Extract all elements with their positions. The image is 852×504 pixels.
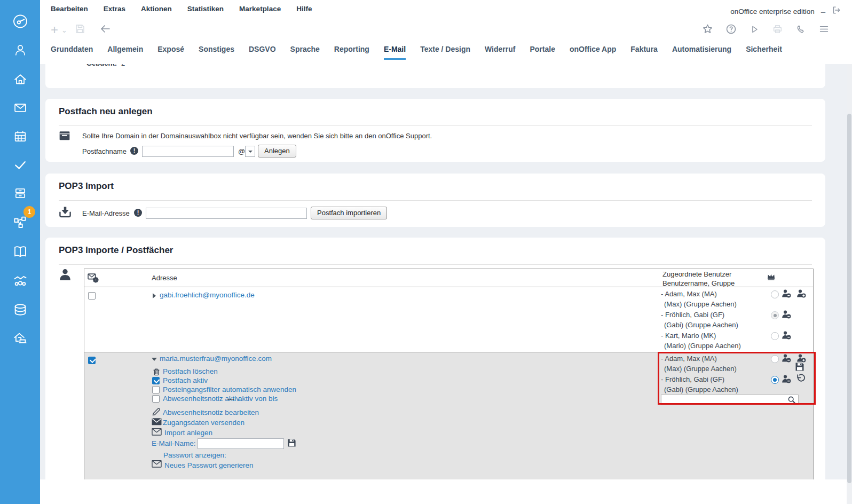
row-checkbox[interactable]	[88, 357, 96, 364]
sidebar-item-export[interactable]	[0, 327, 40, 350]
import-mailbox-button[interactable]: Postfach importieren	[311, 207, 387, 219]
menu-hilfe[interactable]: Hilfe	[296, 5, 312, 13]
tab-allgemein[interactable]: Allgemein	[107, 45, 143, 60]
play-icon[interactable]	[749, 24, 760, 37]
back-button[interactable]	[99, 23, 111, 36]
save-email-name-icon[interactable]	[287, 438, 296, 450]
home-icon	[13, 72, 28, 87]
menu-bearbeiten[interactable]: Bearbeiten	[51, 5, 88, 13]
remove-user-icon[interactable]	[782, 374, 791, 386]
sidebar-item-processes[interactable]: 1	[0, 210, 40, 234]
card-clipped-section: Gebucht: 2	[45, 64, 825, 88]
tab-sprache[interactable]: Sprache	[290, 45, 320, 60]
help-icon[interactable]	[725, 23, 737, 37]
primary-user-radio[interactable]	[771, 290, 779, 298]
edit-absence-link[interactable]: Abwesenheitsnotiz bearbeiten	[163, 408, 259, 416]
tab-texte-design[interactable]: Texte / Design	[420, 45, 470, 60]
mailbox-name-input[interactable]	[142, 146, 234, 157]
info-icon[interactable]	[130, 147, 138, 155]
sidebar-item-knowledge[interactable]	[0, 240, 40, 264]
show-password-link[interactable]: Passwort anzeigen:	[163, 451, 226, 459]
favorite-star-icon[interactable]	[702, 23, 713, 37]
mailbox-email-link[interactable]: gabi.froehlich@myonoffice.de	[160, 291, 255, 299]
main-menu-icon[interactable]	[818, 23, 830, 37]
tab-onoffice-app[interactable]: onOffice App	[570, 45, 616, 60]
tab-expose[interactable]: Exposé	[157, 45, 184, 60]
sidebar-item-statistics[interactable]	[0, 269, 40, 293]
pencil-icon[interactable]	[152, 407, 161, 419]
tab-widerruf[interactable]: Widerruf	[485, 45, 515, 60]
sidebar-item-properties[interactable]	[0, 68, 40, 91]
sidebar-item-email[interactable]	[0, 96, 40, 120]
tab-faktura[interactable]: Faktura	[630, 45, 658, 60]
absence-active-checkbox[interactable]	[152, 395, 160, 403]
search-icon[interactable]	[787, 396, 796, 406]
envelope-icon[interactable]	[152, 460, 162, 470]
inbox-filter-label[interactable]: Posteingangsfilter automatisch anwenden	[163, 385, 296, 393]
mailbox-active-checkbox[interactable]	[152, 377, 160, 384]
remove-user-icon[interactable]	[782, 310, 791, 321]
menu-aktionen[interactable]: Aktionen	[141, 5, 172, 13]
envelope-filled-icon[interactable]	[152, 418, 162, 428]
assigned-user-group: (Max) (Gruppe Aachen)	[664, 300, 737, 308]
row-checkbox[interactable]	[88, 292, 96, 300]
tab-automatisierung[interactable]: Automatisierung	[672, 45, 731, 60]
mailbox-active-label[interactable]: Postfach aktiv	[163, 376, 208, 384]
save-button[interactable]	[75, 23, 85, 36]
sidebar-item-calendar[interactable]	[0, 125, 40, 148]
send-credentials-link[interactable]: Zugangsdaten versenden	[163, 419, 244, 427]
domain-select[interactable]	[245, 146, 255, 157]
sidebar-item-home[interactable]	[0, 10, 40, 33]
absence-range-link[interactable]: aktiv von bis	[238, 395, 278, 403]
primary-user-radio[interactable]	[771, 332, 779, 340]
remove-user-icon[interactable]	[782, 289, 791, 301]
primary-user-radio-selected[interactable]	[771, 376, 779, 384]
collapse-arrow-icon[interactable]	[152, 358, 157, 361]
assigned-user-name: - Fröhlich, Gabi (GF)	[661, 375, 724, 383]
create-record-button[interactable]: +	[51, 24, 58, 36]
email-name-input[interactable]	[198, 438, 284, 449]
menu-extras[interactable]: Extras	[104, 5, 125, 13]
tab-portale[interactable]: Portale	[530, 45, 555, 60]
add-user-icon[interactable]	[796, 289, 806, 301]
expand-arrow-icon[interactable]	[153, 293, 156, 298]
logout-icon[interactable]	[832, 5, 841, 17]
sidebar-item-files[interactable]	[0, 182, 40, 205]
scrollbar-track[interactable]	[847, 43, 852, 504]
mailbox-archive-icon	[59, 130, 70, 143]
user-search-input[interactable]	[661, 395, 785, 405]
trash-icon[interactable]	[152, 367, 161, 378]
tab-sonstiges[interactable]: Sonstiges	[199, 45, 234, 60]
primary-user-radio[interactable]	[771, 355, 779, 363]
primary-user-radio[interactable]	[771, 311, 779, 319]
mailbox-email-link[interactable]: maria.musterfrau@myonoffice.com	[160, 355, 272, 363]
undo-icon[interactable]	[796, 373, 806, 385]
phone-icon[interactable]	[795, 24, 806, 37]
menu-statistiken[interactable]: Statistiken	[187, 5, 224, 13]
info-icon[interactable]	[134, 209, 142, 217]
mail-settings-icon[interactable]	[88, 273, 99, 285]
tab-email[interactable]: E-Mail	[384, 45, 406, 60]
sidebar-item-contacts[interactable]	[0, 38, 40, 62]
tab-grunddaten[interactable]: Grunddaten	[51, 45, 93, 60]
tabbar: Grunddaten Allgemein Exposé Sonstiges DS…	[51, 45, 782, 60]
save-assignment-icon[interactable]	[795, 362, 804, 374]
chevron-down-icon[interactable]: ⌄	[66, 25, 67, 35]
tab-sicherheit[interactable]: Sicherheit	[746, 45, 782, 60]
create-import-link[interactable]: Import anlegen	[164, 429, 212, 437]
inbox-filter-checkbox[interactable]	[152, 386, 160, 393]
create-mailbox-button[interactable]: Anlegen	[258, 145, 296, 158]
tab-dsgvo[interactable]: DSGVO	[249, 45, 276, 60]
import-email-input[interactable]	[146, 208, 307, 219]
tab-reporting[interactable]: Reporting	[334, 45, 369, 60]
sidebar-item-data[interactable]	[0, 298, 40, 321]
remove-user-icon[interactable]	[782, 330, 791, 342]
generate-password-link[interactable]: Neues Passwort generieren	[164, 461, 254, 469]
scrollbar-thumb[interactable]	[847, 114, 851, 483]
menu-marketplace[interactable]: Marketplace	[239, 5, 281, 13]
remove-user-icon[interactable]	[782, 353, 791, 365]
delete-mailbox-link[interactable]: Postfach löschen	[163, 367, 218, 375]
contacts-icon	[13, 43, 28, 58]
envelope-icon[interactable]	[152, 428, 162, 438]
sidebar-item-tasks[interactable]	[0, 153, 40, 177]
